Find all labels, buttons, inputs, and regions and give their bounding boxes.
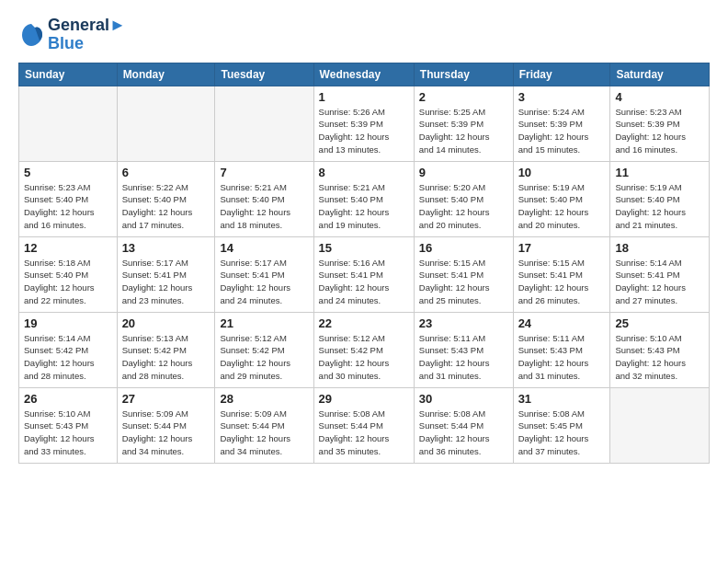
day-number: 31 (518, 392, 606, 406)
calendar-cell: 3Sunrise: 5:24 AM Sunset: 5:39 PM Daylig… (513, 86, 610, 161)
logo-text: General► Blue (48, 17, 126, 53)
day-info: Sunrise: 5:08 AM Sunset: 5:45 PM Dayligh… (518, 408, 606, 458)
page-header: General► Blue (18, 17, 710, 53)
day-info: Sunrise: 5:24 AM Sunset: 5:39 PM Dayligh… (518, 106, 606, 156)
day-number: 18 (615, 241, 704, 255)
calendar-cell: 15Sunrise: 5:16 AM Sunset: 5:41 PM Dayli… (313, 236, 414, 312)
day-info: Sunrise: 5:21 AM Sunset: 5:40 PM Dayligh… (220, 181, 308, 232)
weekday-monday: Monday (117, 63, 215, 86)
logo-icon (18, 22, 44, 48)
week-row-1: 5Sunrise: 5:23 AM Sunset: 5:40 PM Daylig… (19, 161, 710, 236)
day-number: 26 (24, 392, 112, 406)
day-info: Sunrise: 5:22 AM Sunset: 5:40 PM Dayligh… (122, 181, 210, 232)
day-number: 30 (419, 392, 508, 406)
day-info: Sunrise: 5:09 AM Sunset: 5:44 PM Dayligh… (122, 408, 210, 458)
day-number: 3 (518, 90, 606, 104)
weekday-saturday: Saturday (610, 63, 710, 86)
day-number: 11 (615, 166, 704, 179)
day-info: Sunrise: 5:11 AM Sunset: 5:43 PM Dayligh… (518, 332, 606, 383)
day-info: Sunrise: 5:12 AM Sunset: 5:42 PM Dayligh… (319, 332, 409, 383)
calendar-cell: 25Sunrise: 5:10 AM Sunset: 5:43 PM Dayli… (610, 312, 710, 387)
calendar-cell: 19Sunrise: 5:14 AM Sunset: 5:42 PM Dayli… (19, 312, 118, 387)
day-number: 20 (122, 316, 210, 330)
calendar-cell: 1Sunrise: 5:26 AM Sunset: 5:39 PM Daylig… (313, 86, 414, 161)
day-info: Sunrise: 5:17 AM Sunset: 5:41 PM Dayligh… (220, 257, 308, 307)
weekday-thursday: Thursday (414, 63, 513, 86)
calendar-cell: 6Sunrise: 5:22 AM Sunset: 5:40 PM Daylig… (117, 161, 215, 236)
day-number: 2 (419, 90, 508, 104)
day-info: Sunrise: 5:20 AM Sunset: 5:40 PM Dayligh… (419, 181, 508, 232)
day-info: Sunrise: 5:08 AM Sunset: 5:44 PM Dayligh… (419, 408, 508, 458)
day-number: 8 (319, 166, 409, 179)
week-row-2: 12Sunrise: 5:18 AM Sunset: 5:40 PM Dayli… (19, 236, 710, 312)
day-info: Sunrise: 5:23 AM Sunset: 5:39 PM Dayligh… (615, 106, 704, 156)
calendar-cell (610, 387, 710, 463)
day-info: Sunrise: 5:25 AM Sunset: 5:39 PM Dayligh… (419, 106, 508, 156)
logo: General► Blue (18, 17, 126, 53)
day-number: 19 (24, 316, 112, 330)
calendar-cell: 10Sunrise: 5:19 AM Sunset: 5:40 PM Dayli… (513, 161, 610, 236)
calendar-cell: 27Sunrise: 5:09 AM Sunset: 5:44 PM Dayli… (117, 387, 215, 463)
day-info: Sunrise: 5:08 AM Sunset: 5:44 PM Dayligh… (319, 408, 409, 458)
calendar-cell: 18Sunrise: 5:14 AM Sunset: 5:41 PM Dayli… (610, 236, 710, 312)
day-info: Sunrise: 5:13 AM Sunset: 5:42 PM Dayligh… (122, 332, 210, 383)
day-number: 12 (24, 241, 112, 255)
calendar-cell: 17Sunrise: 5:15 AM Sunset: 5:41 PM Dayli… (513, 236, 610, 312)
weekday-header-row: SundayMondayTuesdayWednesdayThursdayFrid… (19, 63, 710, 86)
day-number: 10 (518, 166, 606, 179)
calendar-cell (117, 86, 215, 161)
day-info: Sunrise: 5:11 AM Sunset: 5:43 PM Dayligh… (419, 332, 508, 383)
day-number: 1 (319, 90, 409, 104)
day-number: 24 (518, 316, 606, 330)
calendar-cell: 7Sunrise: 5:21 AM Sunset: 5:40 PM Daylig… (215, 161, 313, 236)
day-info: Sunrise: 5:10 AM Sunset: 5:43 PM Dayligh… (615, 332, 704, 383)
calendar-cell: 31Sunrise: 5:08 AM Sunset: 5:45 PM Dayli… (513, 387, 610, 463)
calendar-cell: 20Sunrise: 5:13 AM Sunset: 5:42 PM Dayli… (117, 312, 215, 387)
calendar-cell: 16Sunrise: 5:15 AM Sunset: 5:41 PM Dayli… (414, 236, 513, 312)
calendar-cell (19, 86, 118, 161)
page-container: General► Blue SundayMondayTuesdayWednesd… (0, 0, 728, 473)
day-info: Sunrise: 5:14 AM Sunset: 5:42 PM Dayligh… (24, 332, 112, 383)
calendar-cell: 2Sunrise: 5:25 AM Sunset: 5:39 PM Daylig… (414, 86, 513, 161)
calendar-cell: 24Sunrise: 5:11 AM Sunset: 5:43 PM Dayli… (513, 312, 610, 387)
day-info: Sunrise: 5:18 AM Sunset: 5:40 PM Dayligh… (24, 257, 112, 307)
calendar-cell: 30Sunrise: 5:08 AM Sunset: 5:44 PM Dayli… (414, 387, 513, 463)
day-number: 27 (122, 392, 210, 406)
weekday-sunday: Sunday (19, 63, 118, 86)
day-info: Sunrise: 5:19 AM Sunset: 5:40 PM Dayligh… (615, 181, 704, 232)
calendar-cell: 13Sunrise: 5:17 AM Sunset: 5:41 PM Dayli… (117, 236, 215, 312)
calendar-cell: 9Sunrise: 5:20 AM Sunset: 5:40 PM Daylig… (414, 161, 513, 236)
calendar-cell: 22Sunrise: 5:12 AM Sunset: 5:42 PM Dayli… (313, 312, 414, 387)
day-number: 6 (122, 166, 210, 179)
day-info: Sunrise: 5:17 AM Sunset: 5:41 PM Dayligh… (122, 257, 210, 307)
calendar-cell: 23Sunrise: 5:11 AM Sunset: 5:43 PM Dayli… (414, 312, 513, 387)
day-info: Sunrise: 5:21 AM Sunset: 5:40 PM Dayligh… (319, 181, 409, 232)
day-number: 9 (419, 166, 508, 179)
week-row-4: 26Sunrise: 5:10 AM Sunset: 5:43 PM Dayli… (19, 387, 710, 463)
day-info: Sunrise: 5:15 AM Sunset: 5:41 PM Dayligh… (518, 257, 606, 307)
calendar-cell: 21Sunrise: 5:12 AM Sunset: 5:42 PM Dayli… (215, 312, 313, 387)
day-number: 29 (319, 392, 409, 406)
day-number: 21 (220, 316, 308, 330)
calendar-cell (215, 86, 313, 161)
day-number: 25 (615, 316, 704, 330)
day-number: 22 (319, 316, 409, 330)
day-number: 4 (615, 90, 704, 104)
day-info: Sunrise: 5:15 AM Sunset: 5:41 PM Dayligh… (419, 257, 508, 307)
day-number: 7 (220, 166, 308, 179)
calendar-cell: 4Sunrise: 5:23 AM Sunset: 5:39 PM Daylig… (610, 86, 710, 161)
weekday-wednesday: Wednesday (313, 63, 414, 86)
calendar-cell: 12Sunrise: 5:18 AM Sunset: 5:40 PM Dayli… (19, 236, 118, 312)
day-number: 14 (220, 241, 308, 255)
day-number: 13 (122, 241, 210, 255)
week-row-3: 19Sunrise: 5:14 AM Sunset: 5:42 PM Dayli… (19, 312, 710, 387)
day-info: Sunrise: 5:14 AM Sunset: 5:41 PM Dayligh… (615, 257, 704, 307)
day-number: 17 (518, 241, 606, 255)
calendar-cell: 8Sunrise: 5:21 AM Sunset: 5:40 PM Daylig… (313, 161, 414, 236)
weekday-tuesday: Tuesday (215, 63, 313, 86)
calendar-cell: 29Sunrise: 5:08 AM Sunset: 5:44 PM Dayli… (313, 387, 414, 463)
week-row-0: 1Sunrise: 5:26 AM Sunset: 5:39 PM Daylig… (19, 86, 710, 161)
calendar-cell: 28Sunrise: 5:09 AM Sunset: 5:44 PM Dayli… (215, 387, 313, 463)
day-info: Sunrise: 5:19 AM Sunset: 5:40 PM Dayligh… (518, 181, 606, 232)
calendar-table: SundayMondayTuesdayWednesdayThursdayFrid… (18, 63, 710, 464)
